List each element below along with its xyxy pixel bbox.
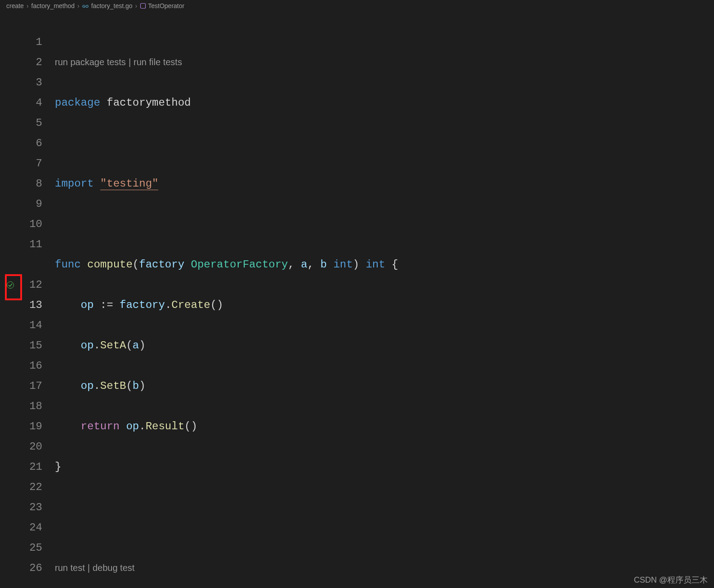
breadcrumb-seg-create[interactable]: create <box>6 2 24 9</box>
codelens-debug-test[interactable]: debug test <box>93 558 134 578</box>
line-number-gutter: 1 2 3 4 5 6 7 8 9 10 11 12 13 14 15 16 1… <box>21 12 55 588</box>
codelens-run-file-tests[interactable]: run file tests <box>134 52 182 72</box>
code-line[interactable]: op := factory.Create() <box>55 295 714 315</box>
gutter <box>0 12 21 588</box>
chevron-right-icon: › <box>77 2 80 9</box>
breadcrumb-symbol[interactable]: TestOperator <box>148 2 184 9</box>
chevron-right-icon: › <box>27 2 29 9</box>
watermark: CSDN @程序员三木 <box>634 575 708 585</box>
breadcrumb: create › factory_method › GO factory_tes… <box>0 0 714 12</box>
breadcrumb-seg-factory_method[interactable]: factory_method <box>31 2 75 9</box>
code-editor[interactable]: 1 2 3 4 5 6 7 8 9 10 11 12 13 14 15 16 1… <box>0 12 714 588</box>
code-area[interactable]: run package tests | run file tests packa… <box>55 12 714 588</box>
go-file-icon: GO <box>82 3 89 9</box>
code-line[interactable] <box>55 497 714 517</box>
code-line[interactable]: } <box>55 457 714 477</box>
breadcrumb-file[interactable]: factory_test.go <box>91 2 133 9</box>
codelens-package: run package tests | run file tests <box>55 52 714 72</box>
code-line[interactable]: op.SetA(a) <box>55 335 714 356</box>
codelens-test: run test | debug test <box>55 558 714 578</box>
codelens-run-package-tests[interactable]: run package tests <box>55 52 126 72</box>
code-line[interactable] <box>55 214 714 234</box>
code-line[interactable]: return op.Result() <box>55 416 714 437</box>
svg-rect-1 <box>141 4 146 9</box>
test-pass-gutter-icon[interactable] <box>0 275 21 295</box>
code-line[interactable] <box>55 133 714 153</box>
symbol-function-icon <box>140 3 146 9</box>
code-line[interactable]: op.SetB(b) <box>55 376 714 396</box>
svg-text:GO: GO <box>82 4 89 9</box>
chevron-right-icon: › <box>135 2 138 9</box>
code-line[interactable]: func compute(factory OperatorFactory, a,… <box>55 254 714 275</box>
code-line[interactable]: package factorymethod <box>55 93 714 113</box>
code-line[interactable]: import "testing" <box>55 174 714 194</box>
codelens-run-test[interactable]: run test <box>55 558 85 578</box>
